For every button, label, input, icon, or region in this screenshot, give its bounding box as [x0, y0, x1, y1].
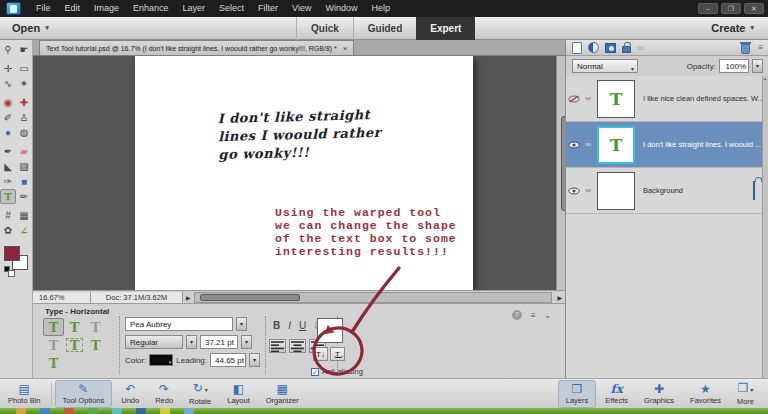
- layers-scrollbar[interactable]: [762, 76, 768, 378]
- menu-select[interactable]: Select: [212, 0, 251, 17]
- layer-row-clean-spaces[interactable]: ∞ T I like nice clean defined spaces. W.…: [566, 76, 763, 122]
- close-button[interactable]: ✕: [744, 3, 764, 14]
- foreground-color-swatch[interactable]: [4, 246, 20, 261]
- layer-thumbnail[interactable]: T: [597, 80, 635, 118]
- text-orientation-preview[interactable]: [317, 318, 343, 343]
- link-layers-icon[interactable]: ∞: [637, 43, 643, 53]
- layout-button[interactable]: ◧ Layout: [220, 380, 257, 408]
- warped-note-text[interactable]: Using the warped tool we can change the …: [275, 206, 457, 258]
- tab-expert[interactable]: Expert: [416, 17, 475, 40]
- horizontal-type-button[interactable]: T: [43, 318, 64, 336]
- menu-enhance[interactable]: Enhance: [126, 0, 176, 17]
- recompose-tool[interactable]: ▦: [16, 208, 32, 223]
- leading-field[interactable]: 44.65 pt: [210, 353, 246, 367]
- status-expand-icon[interactable]: ▶: [183, 294, 194, 301]
- taskbar-app-icon[interactable]: [160, 408, 170, 414]
- text-color-swatch[interactable]: [149, 354, 173, 366]
- layer-row-straight-lines[interactable]: ∞ T I don't like straight lines. I wooul…: [566, 122, 763, 168]
- text-on-shape-button[interactable]: T: [85, 336, 106, 354]
- menu-file[interactable]: File: [29, 0, 58, 17]
- photo-bin-button[interactable]: ▤ Photo Bin: [1, 380, 48, 408]
- font-size-field[interactable]: 37.21 pt: [200, 335, 238, 349]
- shape-tool[interactable]: ■: [16, 174, 32, 189]
- smart-brush-tool[interactable]: ✐: [0, 110, 16, 125]
- visibility-toggle-icon[interactable]: [566, 187, 582, 195]
- scrollbar-thumb[interactable]: [200, 294, 300, 301]
- hand-tool[interactable]: ☛: [16, 42, 32, 57]
- tab-quick[interactable]: Quick: [296, 17, 353, 40]
- more-button[interactable]: ❐▾ More: [730, 380, 761, 408]
- collapse-chevron-icon[interactable]: ⌄: [544, 311, 551, 320]
- italic-button[interactable]: I: [288, 320, 291, 331]
- create-button[interactable]: Create ▾: [711, 22, 754, 34]
- blur-tool[interactable]: ●: [0, 125, 16, 140]
- visibility-toggle-icon[interactable]: [566, 141, 582, 149]
- taskbar-app-icon[interactable]: [136, 408, 146, 414]
- menu-window[interactable]: Window: [318, 0, 364, 17]
- eraser-tool[interactable]: ▰: [16, 144, 32, 159]
- lasso-tool[interactable]: ∿: [0, 76, 16, 91]
- text-on-selection-button[interactable]: T: [64, 336, 85, 354]
- open-button[interactable]: Open ▾: [12, 22, 49, 34]
- font-size-dropdown-icon[interactable]: ▾: [241, 335, 252, 349]
- new-layer-icon[interactable]: [572, 42, 582, 54]
- align-center-button[interactable]: [289, 339, 306, 353]
- tab-guided[interactable]: Guided: [353, 17, 416, 40]
- blend-mode-select[interactable]: Normal: [572, 59, 638, 73]
- type-tool[interactable]: T: [0, 189, 16, 204]
- layers-panel-menu-icon[interactable]: ≡: [758, 43, 763, 52]
- lock-layer-icon[interactable]: [622, 46, 631, 53]
- layer-name[interactable]: Background: [643, 186, 753, 195]
- layer-name[interactable]: I don't like straight lines. I woould ..…: [643, 140, 763, 149]
- horizontal-type-mask-button[interactable]: T: [85, 318, 106, 336]
- gradient-tool[interactable]: ▨: [16, 159, 32, 174]
- pencil-tool[interactable]: ✏: [16, 189, 32, 204]
- visibility-toggle-hidden-icon[interactable]: [566, 95, 582, 103]
- tool-options-button[interactable]: ✎ Tool Options: [55, 380, 113, 408]
- cookie-cutter-tool[interactable]: ✿: [0, 223, 16, 238]
- font-family-dropdown-icon[interactable]: ▾: [236, 317, 247, 331]
- vertical-type-toggle-button[interactable]: T↓: [313, 347, 328, 361]
- app-icon[interactable]: [6, 2, 21, 15]
- canvas-horizontal-scrollbar[interactable]: [194, 292, 553, 303]
- graphics-button[interactable]: ✚ Graphics: [637, 380, 681, 408]
- crop-tool[interactable]: #: [0, 208, 16, 223]
- sponge-tool[interactable]: ◍: [16, 125, 32, 140]
- new-adjustment-layer-icon[interactable]: [588, 42, 599, 53]
- menu-view[interactable]: View: [285, 0, 318, 17]
- opacity-dropdown-icon[interactable]: ▾: [752, 59, 763, 73]
- warp-text-button[interactable]: T: [330, 347, 345, 361]
- quick-selection-tool[interactable]: ✶: [16, 76, 32, 91]
- delete-layer-icon[interactable]: [741, 44, 750, 54]
- marquee-tool[interactable]: ▭: [16, 61, 32, 76]
- red-eye-removal-tool[interactable]: ◉: [0, 95, 16, 110]
- layer-name[interactable]: I like nice clean defined spaces. W...: [643, 94, 763, 103]
- undo-button[interactable]: ↶ Undo: [114, 380, 146, 408]
- help-icon[interactable]: ?: [512, 310, 522, 320]
- taskbar-app-icon[interactable]: [88, 408, 98, 414]
- menu-filter[interactable]: Filter: [251, 0, 285, 17]
- taskbar-app-icon[interactable]: [112, 408, 122, 414]
- clone-stamp-tool[interactable]: ♙: [16, 110, 32, 125]
- menu-layer[interactable]: Layer: [176, 0, 213, 17]
- opacity-field[interactable]: 100%: [719, 59, 749, 73]
- spot-healing-tool[interactable]: ✚: [16, 95, 32, 110]
- organizer-button[interactable]: ▦ Organizer: [259, 380, 306, 408]
- scroll-right-icon[interactable]: ▶: [554, 294, 565, 301]
- layer-thumbnail[interactable]: [597, 172, 635, 210]
- redo-button[interactable]: ↷ Redo: [148, 380, 180, 408]
- font-family-select[interactable]: Pea Aubrey: [125, 317, 233, 331]
- minimize-button[interactable]: –: [698, 3, 718, 14]
- align-left-button[interactable]: [269, 339, 286, 353]
- document-tab[interactable]: Text Tool tutorial.psd @ 16.7% (I don't …: [39, 40, 354, 55]
- layer-thumbnail[interactable]: T: [597, 126, 635, 164]
- effects-button[interactable]: fx Effects: [598, 380, 635, 408]
- restore-button[interactable]: ❐: [721, 3, 741, 14]
- canvas-page[interactable]: I don't like straight lines I woould rat…: [135, 56, 473, 290]
- leading-dropdown-icon[interactable]: ▾: [249, 353, 260, 367]
- text-on-custom-path-button[interactable]: T: [43, 354, 64, 372]
- favorites-button[interactable]: ★ Favorites: [683, 380, 728, 408]
- eyedropper-tool[interactable]: ✑: [0, 174, 16, 189]
- layer-row-background[interactable]: ∞ Background: [566, 168, 763, 214]
- underline-button[interactable]: U: [299, 320, 306, 331]
